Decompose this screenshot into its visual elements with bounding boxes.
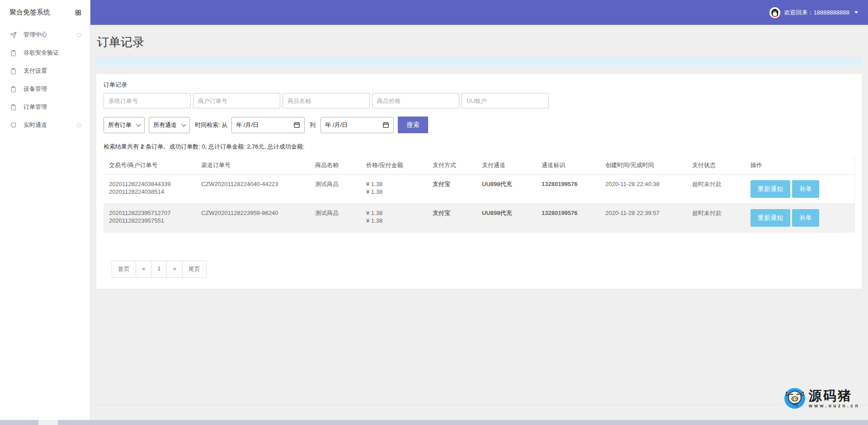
sidebar-item-label: 支付设置 — [24, 67, 47, 75]
column-header: 价格/应付金额 — [361, 156, 427, 175]
payable-value: ¥ 1.38 — [366, 217, 424, 224]
watermark-name: 源码猪 — [809, 389, 860, 402]
table-row: 2020112822395712707 20201128223957551 CZ… — [104, 204, 854, 233]
results-summary: 检索结果共有2条订单。成功订单数: 0, 总计订单金额: 2.76元, 总计成功… — [104, 143, 854, 151]
calendar-icon[interactable] — [293, 121, 300, 128]
user-menu[interactable]: 欢迎回来：18888888888 — [769, 7, 858, 18]
sidebar-item-realtime-channel[interactable]: 实时通道 — [0, 116, 90, 134]
sidebar-item-admin-center[interactable]: 管理中心 — [0, 26, 90, 44]
price-cell: ¥ 1.38 ¥ 1.38 — [361, 204, 427, 233]
merchant-order-number: 20201128224038514 — [109, 188, 192, 196]
panel-title: 订单记录 — [104, 81, 854, 89]
column-header: 创建时间/完成时间 — [600, 156, 687, 175]
pagination-last-button[interactable]: 尾页 — [183, 261, 207, 278]
product-price-input[interactable] — [372, 93, 459, 108]
renotify-button[interactable]: 重新通知 — [750, 209, 790, 227]
main-area: 欢迎回来：18888888888 订单记录 订单记录 所有订单 — [90, 0, 868, 420]
date-to-input[interactable]: 年 /月/日 — [321, 117, 394, 133]
pay-status-cell: 超时未付款 — [687, 204, 745, 233]
actions-cell: 重新通知补单 — [745, 175, 854, 204]
column-header: 通道标识 — [536, 156, 600, 175]
pagination-page-1-button[interactable]: 1 — [151, 261, 167, 278]
sidebar-item-device-management[interactable]: 设备管理 — [0, 80, 90, 98]
merchant-order-number: 20201128223957551 — [109, 217, 192, 224]
app-window: 聚合免签系统 管理中心 谷歌安全验证 — [0, 0, 868, 420]
sidebar-item-payment-settings[interactable]: 支付设置 — [0, 62, 90, 80]
product-name-input[interactable] — [283, 93, 370, 108]
table-row: 2020112822403844339 20201128224038514 CZ… — [104, 175, 854, 204]
topbar: 欢迎回来：18888888888 — [90, 0, 868, 25]
channel-select-value: 所有通道 — [153, 121, 177, 129]
order-type-select-value: 所有订单 — [108, 121, 132, 129]
payable-value: ¥ 1.38 — [366, 188, 424, 196]
txn-merchant-cell: 2020112822403844339 20201128224038514 — [104, 175, 196, 204]
system-order-input[interactable] — [104, 93, 191, 108]
orders-panel: 订单记录 所有订单 所有通道 — [96, 74, 862, 289]
footer-divider — [90, 405, 868, 405]
uu-account-input[interactable] — [462, 93, 549, 108]
txn-merchant-cell: 2020112822395712707 20201128223957551 — [104, 204, 196, 233]
brand-title: 聚合免签系统 — [9, 8, 50, 17]
pagination: 首页 « 1 » 尾页 — [112, 261, 207, 278]
avatar — [769, 7, 780, 18]
date-from-input[interactable]: 年 /月/日 — [231, 117, 305, 133]
sidebar-item-label: 设备管理 — [24, 85, 47, 93]
column-header: 支付方式 — [427, 156, 476, 175]
clipboard-icon — [10, 50, 17, 56]
date-from-value: 年 /月/日 — [236, 121, 259, 129]
horizontal-scrollbar[interactable] — [0, 420, 868, 425]
chevron-down-icon — [137, 122, 141, 126]
pay-channel-cell: UU898代充 — [476, 175, 536, 204]
clipboard-icon — [10, 86, 17, 93]
channel-select[interactable]: 所有通道 — [149, 117, 190, 133]
pay-channel-cell: UU898代充 — [476, 204, 536, 233]
brand-header: 聚合免签系统 — [0, 0, 90, 25]
watermark-text: 源码猪 www.ouzn.cn — [809, 389, 860, 408]
channel-return-icon — [10, 122, 17, 129]
welcome-text: 欢迎回来：18888888888 — [784, 9, 849, 17]
merchant-order-input[interactable] — [193, 93, 280, 108]
channel-order-cell: CZW20201128223959-86240 — [196, 204, 310, 233]
reorder-button[interactable]: 补单 — [792, 180, 819, 198]
order-type-select[interactable]: 所有订单 — [104, 117, 145, 133]
sidebar-item-label: 实时通道 — [24, 121, 47, 129]
pay-method-cell: 支付宝 — [427, 175, 476, 204]
pagination-next-button[interactable]: » — [167, 261, 182, 278]
search-button[interactable]: 搜索 — [398, 117, 428, 133]
sidebar-item-order-management[interactable]: 订单管理 — [0, 98, 90, 116]
sidebar-item-label: 管理中心 — [24, 31, 47, 39]
page-content: 订单记录 订单记录 所有订单 所有通道 — [90, 25, 868, 420]
chevron-down-icon — [854, 11, 858, 14]
created-time-cell: 2020-11-28 22:40:38 — [600, 175, 687, 204]
column-header: 商品名称 — [310, 156, 361, 175]
sidebar-item-google-auth[interactable]: 谷歌安全验证 — [0, 44, 90, 62]
chevron-down-icon — [182, 122, 186, 126]
filter-controls-row: 所有订单 所有通道 时间检索: 从 年 /月/日 到 — [104, 117, 854, 133]
to-label: 到 — [310, 121, 316, 129]
pagination-prev-button[interactable]: « — [136, 261, 151, 278]
scrollbar-thumb[interactable] — [38, 420, 58, 425]
pagination-first-button[interactable]: 首页 — [112, 261, 136, 278]
grid-menu-icon[interactable] — [75, 9, 81, 16]
orders-table: 交易号/商户订单号 渠道订单号 商品名称 价格/应付金额 支付方式 支付通道 通… — [104, 156, 855, 233]
reorder-button[interactable]: 补单 — [792, 209, 819, 227]
channel-id-cell: 13280199576 — [536, 204, 600, 233]
renotify-button[interactable]: 重新通知 — [750, 180, 790, 198]
sidebar: 聚合免签系统 管理中心 谷歌安全验证 — [0, 0, 90, 420]
pig-logo-icon — [784, 388, 806, 409]
column-header: 交易号/商户订单号 — [104, 156, 196, 175]
clipboard-icon — [10, 104, 17, 111]
summary-suffix: 条订单。成功订单数: 0, 总计订单金额: 2.76元, 总计成功金额: — [146, 143, 304, 150]
clipboard-icon — [10, 68, 17, 75]
summary-prefix: 检索结果共有 — [104, 143, 139, 150]
info-banner — [96, 57, 862, 65]
column-header: 渠道订单号 — [196, 156, 310, 175]
calendar-icon[interactable] — [382, 121, 389, 128]
watermark-domain: www.ouzn.cn — [809, 403, 860, 408]
summary-count: 2 — [141, 143, 144, 150]
transaction-number: 2020112822403844339 — [109, 180, 192, 188]
actions-cell: 重新通知补单 — [745, 204, 854, 233]
watermark: 源码猪 www.ouzn.cn — [784, 388, 860, 409]
table-header-row: 交易号/商户订单号 渠道订单号 商品名称 价格/应付金额 支付方式 支付通道 通… — [104, 156, 854, 175]
product-cell: 测试商品 — [310, 204, 361, 233]
